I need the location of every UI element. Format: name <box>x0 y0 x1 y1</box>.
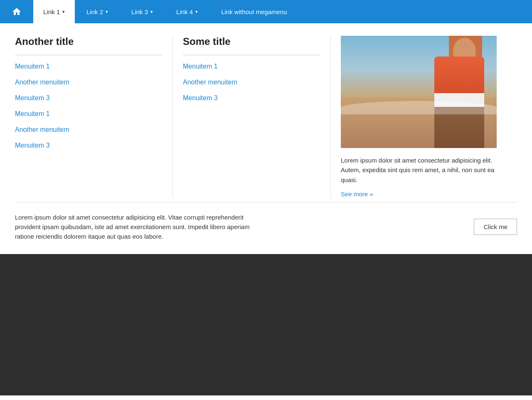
mid-column-divider <box>183 55 320 55</box>
nav-link-5[interactable]: Link without megamenu <box>209 0 298 23</box>
navigation: Link 1 ▾ Link 2 ▾ Link 3 ▾ Link 4 ▾ Link… <box>0 0 532 23</box>
home-icon <box>12 7 22 17</box>
megamenu: Another title Menuitem 1 Another menuite… <box>0 23 532 254</box>
see-more-link[interactable]: See more » <box>341 190 373 198</box>
home-button[interactable] <box>0 0 33 23</box>
megamenu-right-column: Lorem ipsum dolor sit amet consectetur a… <box>331 36 517 198</box>
mid-menuitem-2[interactable]: Another menuitem <box>183 79 320 86</box>
left-menuitem-5[interactable]: Another menuitem <box>15 126 163 133</box>
mid-column-title: Some title <box>183 36 320 47</box>
nav-link-2[interactable]: Link 2 ▾ <box>75 0 120 23</box>
mid-menuitem-3[interactable]: Menuitem 3 <box>183 94 320 102</box>
right-column-description: Lorem ipsum dolor sit amet consectetur a… <box>341 156 497 185</box>
left-menuitem-3[interactable]: Menuitem 3 <box>15 94 163 102</box>
person-figure <box>434 57 484 148</box>
chevron-down-icon: ▾ <box>62 9 65 15</box>
megamenu-left-column: Another title Menuitem 1 Another menuite… <box>15 36 173 198</box>
left-column-title: Another title <box>15 36 163 47</box>
nav-link-4[interactable]: Link 4 ▾ <box>165 0 209 23</box>
megamenu-mid-column: Some title Menuitem 1 Another menuitem M… <box>173 36 331 198</box>
chevron-down-icon: ▾ <box>195 9 198 15</box>
chevron-down-icon: ▾ <box>150 9 153 15</box>
nav-link-1[interactable]: Link 1 ▾ <box>33 0 75 23</box>
chevron-down-icon: ▾ <box>106 9 108 15</box>
beach-image <box>341 36 497 148</box>
click-me-button[interactable]: Click me <box>474 219 517 235</box>
nav-link-3[interactable]: Link 3 ▾ <box>120 0 165 23</box>
left-menuitem-2[interactable]: Another menuitem <box>15 79 163 86</box>
bottom-text: Lorem ipsum dolor sit amet consectetur a… <box>15 212 264 242</box>
left-menuitem-4[interactable]: Menuitem 1 <box>15 110 163 118</box>
megamenu-bottom-bar: Lorem ipsum dolor sit amet consectetur a… <box>15 202 517 242</box>
left-menuitem-6[interactable]: Menuitem 3 <box>15 142 163 149</box>
dark-footer <box>0 254 532 395</box>
left-menuitem-1[interactable]: Menuitem 1 <box>15 63 163 70</box>
mid-menuitem-1[interactable]: Menuitem 1 <box>183 63 320 70</box>
left-column-divider <box>15 55 163 55</box>
